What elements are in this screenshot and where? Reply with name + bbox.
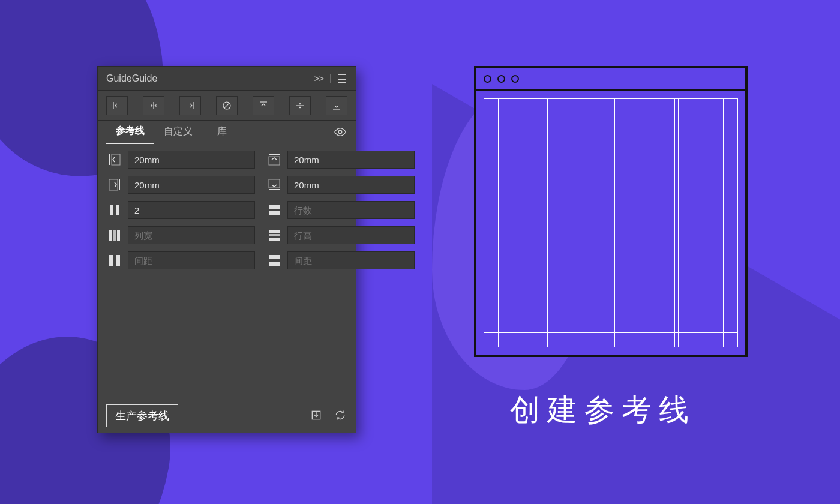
illustration-titlebar [476, 68, 745, 91]
illustration-window [474, 66, 748, 357]
guides-form [98, 143, 356, 277]
svg-point-8 [338, 130, 342, 134]
right-margin-field [106, 176, 255, 194]
svg-rect-25 [269, 234, 280, 236]
top-margin-icon [266, 151, 283, 168]
window-dot-icon [511, 75, 519, 83]
refresh-icon[interactable] [334, 409, 347, 422]
svg-rect-21 [109, 230, 112, 241]
window-dot-icon [497, 75, 505, 83]
svg-rect-29 [269, 255, 280, 259]
right-margin-icon [106, 176, 123, 193]
tab-guides[interactable]: 参考线 [106, 119, 154, 144]
align-right-button[interactable] [179, 96, 201, 115]
save-icon[interactable] [310, 409, 323, 422]
align-vcenter-button[interactable] [289, 96, 311, 115]
tab-library[interactable]: 库 [208, 120, 236, 143]
left-margin-field [106, 151, 255, 169]
row-height-icon [266, 227, 283, 244]
svg-rect-22 [113, 230, 116, 241]
window-dot-icon [484, 75, 491, 83]
row-height-input[interactable] [287, 226, 415, 244]
columns-icon [106, 202, 123, 218]
align-top-button[interactable] [253, 96, 274, 115]
right-margin-input[interactable] [128, 176, 255, 194]
footer-icons [310, 409, 347, 422]
svg-rect-24 [269, 230, 280, 233]
svg-rect-28 [116, 255, 120, 266]
row-gutter-input[interactable] [287, 251, 415, 269]
panel-footer: 生产参考线 [98, 399, 356, 433]
row-height-field [266, 226, 415, 244]
top-margin-input[interactable] [287, 151, 415, 169]
row-gutter-field [266, 251, 415, 269]
column-width-input[interactable] [128, 226, 255, 244]
svg-line-4 [224, 103, 229, 108]
row-gutter-icon [266, 252, 283, 269]
column-width-icon [106, 227, 123, 244]
align-hcenter-button[interactable] [143, 96, 164, 115]
rows-input[interactable] [287, 201, 415, 219]
column-gutter-icon [106, 252, 123, 269]
left-margin-input[interactable] [128, 151, 255, 169]
svg-rect-26 [269, 238, 280, 241]
bottom-margin-input[interactable] [287, 176, 415, 194]
tab-divider [205, 127, 205, 137]
svg-rect-15 [269, 189, 280, 190]
align-left-button[interactable] [106, 96, 128, 115]
panel-title: GuideGuide [106, 73, 314, 84]
panel-tabs: 参考线 自定义 库 [98, 121, 356, 143]
tab-custom[interactable]: 自定义 [154, 120, 202, 143]
panel-header: GuideGuide >> [98, 67, 356, 91]
column-gutter-input[interactable] [128, 251, 255, 269]
clear-button[interactable] [216, 96, 238, 115]
svg-rect-17 [110, 205, 113, 215]
svg-rect-27 [109, 255, 113, 266]
bottom-margin-icon [266, 176, 283, 193]
svg-rect-9 [109, 154, 110, 165]
rows-field [266, 201, 415, 219]
svg-rect-11 [269, 154, 280, 155]
svg-rect-19 [269, 205, 280, 209]
align-bottom-button[interactable] [326, 96, 347, 115]
columns-field [106, 201, 255, 219]
column-width-field [106, 226, 255, 244]
page-caption: 创建参考线 [510, 390, 696, 430]
guideguide-panel: GuideGuide >> 参考线 自定义 库 [97, 66, 356, 433]
svg-rect-13 [119, 179, 120, 190]
svg-rect-30 [269, 262, 280, 266]
columns-input[interactable] [128, 201, 255, 219]
svg-rect-18 [116, 205, 119, 215]
generate-guides-button[interactable]: 生产参考线 [106, 404, 178, 427]
panel-header-controls: >> [314, 73, 347, 84]
visibility-toggle-icon[interactable] [333, 125, 347, 139]
top-margin-field [266, 151, 415, 169]
illustration-grid [484, 98, 738, 347]
header-divider [330, 74, 331, 83]
bottom-margin-field [266, 176, 415, 194]
svg-rect-23 [117, 230, 120, 241]
illustration-body [476, 91, 745, 355]
rows-icon [266, 202, 283, 218]
collapse-button[interactable]: >> [314, 74, 324, 83]
svg-rect-20 [269, 211, 280, 215]
alignment-toolbar [98, 91, 356, 121]
left-margin-icon [106, 151, 123, 168]
panel-menu-icon[interactable] [337, 73, 347, 84]
column-gutter-field [106, 251, 255, 269]
